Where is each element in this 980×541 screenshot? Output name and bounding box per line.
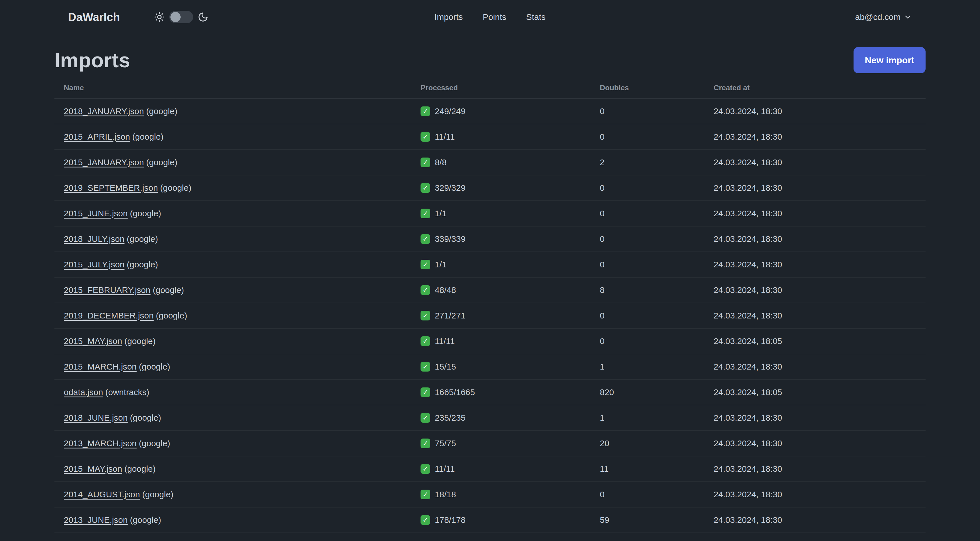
nav-link-stats[interactable]: Stats: [526, 12, 546, 22]
import-file-link[interactable]: 2015_MAY.json: [64, 336, 122, 346]
doubles-count: 0: [600, 209, 713, 218]
created-at: 24.03.2024, 18:05: [713, 388, 926, 397]
import-file-link[interactable]: 2015_MAY.json: [64, 464, 122, 474]
doubles-count: 59: [600, 515, 713, 525]
navbar-left: DaWarIch: [68, 11, 208, 24]
doubles-count: 0: [600, 183, 713, 193]
import-source: (owntracks): [105, 388, 149, 397]
check-icon: ✓: [420, 515, 430, 525]
import-file-link[interactable]: 2018_JULY.json: [64, 234, 124, 244]
name-cell: 2015_MAY.json(google): [64, 464, 420, 474]
doubles-count: 2: [600, 158, 713, 167]
name-cell: 2019_SEPTEMBER.json(google): [64, 183, 420, 193]
table-row: 2015_MAY.json(google) ✓ 11/11 11 24.03.2…: [54, 456, 926, 482]
import-source: (google): [124, 464, 156, 474]
name-cell: 2015_APRIL.json(google): [64, 132, 420, 142]
import-file-link[interactable]: 2018_JANUARY.json: [64, 107, 144, 116]
sun-icon: [154, 12, 165, 22]
import-source: (google): [146, 107, 177, 116]
processed-cell: ✓ 339/339: [420, 234, 600, 244]
import-source: (google): [142, 490, 173, 499]
created-at: 24.03.2024, 18:30: [713, 311, 926, 321]
doubles-count: 8: [600, 285, 713, 295]
main-nav: ImportsPointsStats: [434, 12, 546, 22]
processed-cell: ✓ 48/48: [420, 285, 600, 295]
page-title: Imports: [54, 48, 130, 72]
created-at: 24.03.2024, 18:30: [713, 285, 926, 295]
nav-link-imports[interactable]: Imports: [434, 12, 463, 22]
import-file-link[interactable]: 2013_JUNE.json: [64, 515, 127, 525]
account-email: ab@cd.com: [855, 12, 900, 22]
import-source: (google): [153, 285, 184, 295]
processed-count: 339/339: [435, 234, 465, 244]
navbar-right: ab@cd.com: [855, 12, 912, 22]
table-row: 2015_JULY.json(google) ✓ 1/1 0 24.03.202…: [54, 252, 926, 278]
theme-toggle-knob: [170, 12, 181, 22]
table-body: 2018_JANUARY.json(google) ✓ 249/249 0 24…: [54, 99, 926, 533]
import-file-link[interactable]: 2019_DECEMBER.json: [64, 311, 154, 320]
name-cell: 2018_JUNE.json(google): [64, 413, 420, 423]
nav-link-points[interactable]: Points: [483, 12, 506, 22]
created-at: 24.03.2024, 18:30: [713, 234, 926, 244]
new-import-button[interactable]: New import: [854, 47, 926, 73]
name-cell: 2015_JUNE.json(google): [64, 209, 420, 218]
import-file-link[interactable]: 2015_APRIL.json: [64, 132, 130, 141]
name-cell: 2014_AUGUST.json(google): [64, 490, 420, 499]
created-at: 24.03.2024, 18:30: [713, 209, 926, 218]
import-file-link[interactable]: 2018_JUNE.json: [64, 413, 127, 422]
check-icon: ✓: [420, 132, 430, 142]
created-at: 24.03.2024, 18:30: [713, 490, 926, 499]
theme-toggle-switch[interactable]: [169, 11, 193, 23]
processed-count: 75/75: [435, 439, 456, 448]
import-file-link[interactable]: 2015_JANUARY.json: [64, 158, 144, 167]
processed-count: 11/11: [435, 336, 455, 346]
created-at: 24.03.2024, 18:30: [713, 464, 926, 474]
page-header: Imports New import: [54, 46, 926, 74]
table-row: 2015_MARCH.json(google) ✓ 15/15 1 24.03.…: [54, 354, 926, 380]
processed-cell: ✓ 178/178: [420, 515, 600, 525]
table-row: 2013_MARCH.json(google) ✓ 75/75 20 24.03…: [54, 431, 926, 456]
import-source: (google): [127, 234, 158, 244]
column-header-processed: Processed: [420, 83, 600, 92]
name-cell: odata.json(owntracks): [64, 388, 420, 397]
import-file-link[interactable]: 2013_MARCH.json: [64, 439, 137, 448]
import-file-link[interactable]: 2015_JULY.json: [64, 260, 124, 269]
check-icon: ✓: [420, 260, 430, 270]
name-cell: 2018_JULY.json(google): [64, 234, 420, 244]
processed-cell: ✓ 75/75: [420, 439, 600, 448]
check-icon: ✓: [420, 234, 430, 244]
processed-count: 329/329: [435, 183, 465, 193]
name-cell: 2013_MARCH.json(google): [64, 439, 420, 448]
table-row-partial: ✓: [54, 533, 926, 541]
import-source: (google): [127, 260, 158, 269]
processed-count: 1/1: [435, 209, 447, 218]
import-file-link[interactable]: 2014_AUGUST.json: [64, 490, 140, 499]
doubles-count: 0: [600, 132, 713, 142]
import-file-link[interactable]: odata.json: [64, 388, 103, 397]
table-row: 2019_DECEMBER.json(google) ✓ 271/271 0 2…: [54, 303, 926, 329]
app-logo[interactable]: DaWarIch: [68, 11, 120, 24]
processed-count: 15/15: [435, 362, 456, 372]
processed-count: 48/48: [435, 285, 456, 295]
created-at: 24.03.2024, 18:30: [713, 413, 926, 423]
processed-count: 8/8: [435, 158, 447, 167]
import-file-link[interactable]: 2019_SEPTEMBER.json: [64, 183, 158, 192]
table-row: 2013_JUNE.json(google) ✓ 178/178 59 24.0…: [54, 507, 926, 533]
name-cell: 2015_FEBRUARY.json(google): [64, 285, 420, 295]
check-icon: ✓: [420, 362, 430, 372]
created-at: 24.03.2024, 18:05: [713, 336, 926, 346]
table-row: 2015_FEBRUARY.json(google) ✓ 48/48 8 24.…: [54, 278, 926, 303]
created-at: 24.03.2024, 18:30: [713, 183, 926, 193]
table-row: 2018_JUNE.json(google) ✓ 235/235 1 24.03…: [54, 405, 926, 431]
check-icon: ✓: [420, 311, 430, 321]
processed-cell: ✓ 271/271: [420, 311, 600, 321]
import-file-link[interactable]: 2015_JUNE.json: [64, 209, 127, 218]
account-menu-button[interactable]: ab@cd.com: [855, 12, 912, 22]
table-row: odata.json(owntracks) ✓ 1665/1665 820 24…: [54, 380, 926, 405]
import-file-link[interactable]: 2015_FEBRUARY.json: [64, 285, 151, 295]
processed-count: 18/18: [435, 490, 456, 499]
processed-cell: ✓ 235/235: [420, 413, 600, 423]
table-header-row: NameProcessedDoublesCreated at: [54, 77, 926, 99]
import-file-link[interactable]: 2015_MARCH.json: [64, 362, 137, 371]
doubles-count: 0: [600, 336, 713, 346]
